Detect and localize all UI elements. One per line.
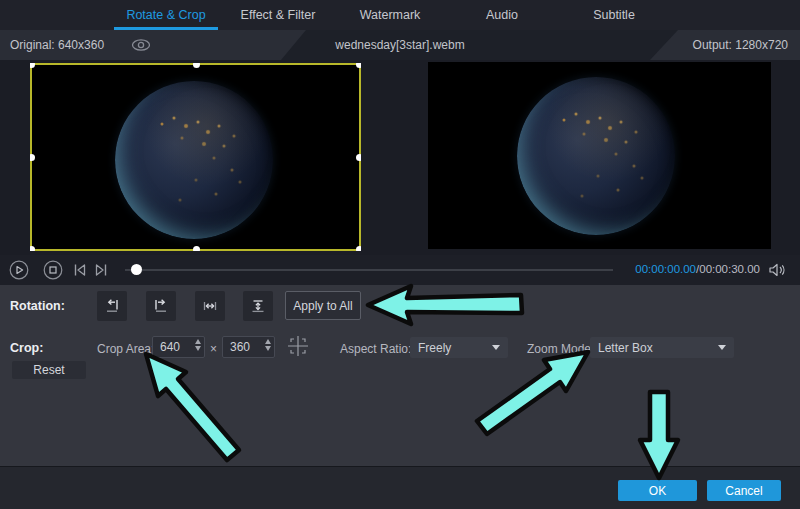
flip-vertical-button[interactable] xyxy=(243,291,273,321)
zoom-mode-value: Letter Box xyxy=(598,341,653,355)
tab-subtitle[interactable]: Subtitle xyxy=(558,0,670,30)
stepper-up-icon[interactable] xyxy=(265,339,271,344)
crop-handle[interactable] xyxy=(356,246,361,251)
crop-handle[interactable] xyxy=(356,154,361,161)
flip-vertical-icon xyxy=(250,298,266,314)
crop-handle[interactable] xyxy=(193,63,200,68)
chevron-down-icon xyxy=(492,345,500,350)
rotate-right-button[interactable] xyxy=(146,291,176,321)
playback-bar: 00:00:00.00/00:00:30.00 xyxy=(0,255,800,285)
crop-height-wrap xyxy=(222,336,275,358)
tab-audio[interactable]: Audio xyxy=(446,0,558,30)
chevron-down-icon xyxy=(718,345,726,350)
current-time: 00:00:00.00 xyxy=(635,263,696,275)
aspect-ratio-select[interactable]: Freely xyxy=(410,337,508,358)
crop-height-stepper[interactable] xyxy=(265,339,271,351)
crop-width-stepper[interactable] xyxy=(195,339,201,351)
crop-width-wrap xyxy=(152,336,205,358)
crop-handle[interactable] xyxy=(30,63,35,68)
crop-label: Crop: xyxy=(10,341,43,355)
zoom-mode-label: Zoom Mode: xyxy=(527,342,594,356)
rotate-left-icon xyxy=(104,298,120,314)
reset-button[interactable]: Reset xyxy=(12,361,86,379)
aspect-ratio-value: Freely xyxy=(418,341,451,355)
output-video-preview xyxy=(428,62,771,249)
city-lights xyxy=(517,77,519,79)
previous-frame-icon[interactable] xyxy=(72,263,88,277)
rotate-right-icon xyxy=(153,298,169,314)
play-icon[interactable] xyxy=(9,260,29,280)
crop-handle[interactable] xyxy=(30,154,35,161)
crop-area-label: Crop Area: xyxy=(97,342,154,356)
tab-rotate-crop[interactable]: Rotate & Crop xyxy=(110,0,222,30)
rotate-left-button[interactable] xyxy=(97,291,127,321)
control-panel: Rotation: xyxy=(0,285,800,466)
video-stage xyxy=(0,60,800,255)
cancel-button[interactable]: Cancel xyxy=(707,480,781,501)
ok-button[interactable]: OK xyxy=(618,480,697,501)
footer-bar: OK Cancel xyxy=(0,466,800,509)
flip-horizontal-icon xyxy=(202,298,218,314)
crop-handle[interactable] xyxy=(30,246,35,251)
crop-handle[interactable] xyxy=(356,63,361,68)
center-crop-icon[interactable] xyxy=(286,334,310,361)
stepper-up-icon[interactable] xyxy=(195,339,201,344)
seek-slider-thumb[interactable] xyxy=(131,264,142,275)
tab-watermark[interactable]: Watermark xyxy=(334,0,446,30)
original-video-preview xyxy=(30,63,361,251)
volume-icon[interactable] xyxy=(768,262,787,282)
crop-handle[interactable] xyxy=(193,246,200,251)
rotate-crop-dialog: Rotate & Crop Effect & Filter Watermark … xyxy=(0,0,800,509)
preview-header: wednesday[3star].webm Original: 640x360 … xyxy=(0,30,800,60)
original-size-badge: Original: 640x360 xyxy=(0,30,306,60)
tab-bar: Rotate & Crop Effect & Filter Watermark … xyxy=(0,0,800,30)
flip-horizontal-button[interactable] xyxy=(195,291,225,321)
stop-icon[interactable] xyxy=(43,260,63,280)
preview-eye-icon[interactable] xyxy=(130,38,152,52)
stepper-down-icon[interactable] xyxy=(265,346,271,351)
aspect-ratio-label: Aspect Ratio: xyxy=(340,342,411,356)
time-display: 00:00:00.00/00:00:30.00 xyxy=(635,263,760,275)
multiply-sign: × xyxy=(210,342,217,356)
earth-image xyxy=(517,77,675,235)
crop-frame xyxy=(30,63,361,251)
rotation-label: Rotation: xyxy=(10,299,65,313)
apply-to-all-button[interactable]: Apply to All xyxy=(285,291,361,320)
tab-effect-filter[interactable]: Effect & Filter xyxy=(222,0,334,30)
stepper-down-icon[interactable] xyxy=(195,346,201,351)
zoom-mode-select[interactable]: Letter Box xyxy=(590,337,734,358)
next-frame-icon[interactable] xyxy=(93,263,109,277)
seek-slider[interactable] xyxy=(125,269,613,271)
total-time: 00:00:30.00 xyxy=(699,263,760,275)
